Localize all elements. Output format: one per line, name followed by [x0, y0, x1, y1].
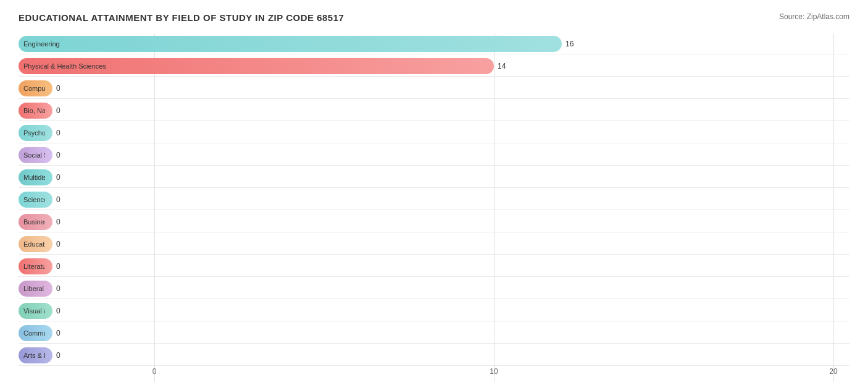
bar-value: 0 — [56, 84, 61, 93]
bar-value: 0 — [56, 129, 61, 137]
bar-row: Multidisciplinary Studies0 — [19, 167, 849, 188]
bar-fill: Communications — [19, 325, 52, 341]
bar-row: Education0 — [19, 234, 849, 255]
bar-container: Social Sciences0 — [19, 147, 849, 163]
bar-fill: Bio, Nature & Agricultural — [19, 103, 52, 119]
bar-fill: Education — [19, 236, 52, 252]
bar-container: Arts & Humanities0 — [19, 347, 849, 363]
bar-value: 0 — [56, 262, 61, 271]
bar-inside-label: Communications — [23, 329, 45, 337]
bar-fill: Social Sciences — [19, 147, 52, 163]
bar-inside-label: Literature & Languages — [23, 263, 45, 270]
bar-inside-label: Psychology — [23, 129, 45, 137]
bar-row: Visual & Performing Arts0 — [19, 300, 849, 321]
bar-value: 0 — [56, 195, 61, 204]
bar-inside-label: Computers & Mathematics — [23, 85, 45, 92]
bar-value: 0 — [56, 151, 61, 159]
bar-container: Multidisciplinary Studies0 — [19, 169, 849, 185]
bar-row: Computers & Mathematics0 — [19, 78, 849, 99]
bar-container: Psychology0 — [19, 125, 849, 141]
bar-container: Visual & Performing Arts0 — [19, 303, 849, 319]
bar-value: 0 — [56, 284, 61, 293]
bar-container: Education0 — [19, 236, 849, 252]
bar-value: 0 — [56, 173, 61, 182]
x-tick-label: 0 — [152, 367, 157, 376]
page-container: EDUCATIONAL ATTAINMENT BY FIELD OF STUDY… — [19, 12, 849, 382]
bar-inside-label: Bio, Nature & Agricultural — [23, 107, 45, 114]
chart-title: EDUCATIONAL ATTAINMENT BY FIELD OF STUDY… — [19, 12, 344, 23]
bar-fill: Engineering — [19, 36, 562, 52]
bar-container: Bio, Nature & Agricultural0 — [19, 103, 849, 119]
bar-value: 0 — [56, 106, 61, 115]
bar-fill: Visual & Performing Arts — [19, 303, 52, 319]
x-axis: 01020 — [19, 367, 849, 382]
chart-area: Engineering16Physical & Health Sciences1… — [19, 33, 849, 382]
bar-inside-label: Business — [23, 218, 45, 226]
bar-row: Bio, Nature & Agricultural0 — [19, 100, 849, 121]
bar-row: Science & Technology0 — [19, 189, 849, 210]
x-tick-label: 20 — [829, 367, 837, 376]
bar-fill: Arts & Humanities — [19, 347, 52, 363]
bar-inside-label: Liberal Arts & History — [23, 285, 45, 292]
bar-row: Social Sciences0 — [19, 145, 849, 166]
bar-fill: Physical & Health Sciences — [19, 58, 494, 74]
bar-container: Communications0 — [19, 325, 849, 341]
bar-row: Literature & Languages0 — [19, 256, 849, 277]
bar-value: 0 — [56, 329, 61, 337]
bar-inside-label: Visual & Performing Arts — [23, 307, 45, 315]
bar-container: Literature & Languages0 — [19, 258, 849, 274]
bar-container: Physical & Health Sciences14 — [19, 58, 849, 74]
bar-row: Communications0 — [19, 323, 849, 344]
bar-fill: Science & Technology — [19, 192, 52, 208]
bar-value: 0 — [56, 351, 61, 360]
bar-fill: Computers & Mathematics — [19, 80, 52, 96]
bar-inside-label: Engineering — [23, 40, 60, 48]
bar-container: Computers & Mathematics0 — [19, 80, 849, 96]
bar-inside-label: Multidisciplinary Studies — [23, 174, 45, 181]
bar-fill: Liberal Arts & History — [19, 281, 52, 297]
bar-fill: Multidisciplinary Studies — [19, 169, 52, 185]
bar-container: Science & Technology0 — [19, 192, 849, 208]
bar-value: 0 — [56, 240, 61, 248]
bar-row: Business0 — [19, 211, 849, 232]
source-label: Source: ZipAtlas.com — [779, 12, 849, 21]
bar-inside-label: Social Sciences — [23, 151, 45, 159]
bar-container: Engineering16 — [19, 36, 849, 52]
bars-container: Engineering16Physical & Health Sciences1… — [19, 33, 849, 366]
bar-row: Liberal Arts & History0 — [19, 278, 849, 299]
bar-fill: Psychology — [19, 125, 52, 141]
bar-row: Physical & Health Sciences14 — [19, 56, 849, 77]
bar-inside-label: Physical & Health Sciences — [23, 62, 106, 70]
bar-fill: Literature & Languages — [19, 258, 52, 274]
bar-container: Liberal Arts & History0 — [19, 281, 849, 297]
bar-value: 16 — [565, 40, 574, 48]
x-tick-label: 10 — [490, 367, 498, 376]
bar-row: Arts & Humanities0 — [19, 345, 849, 366]
bar-value: 0 — [56, 218, 61, 226]
bar-container: Business0 — [19, 214, 849, 230]
bar-inside-label: Education — [23, 240, 45, 248]
bar-value: 14 — [498, 62, 506, 70]
bar-row: Engineering16 — [19, 33, 849, 54]
bar-inside-label: Arts & Humanities — [23, 352, 45, 359]
bar-inside-label: Science & Technology — [23, 196, 45, 203]
bar-row: Psychology0 — [19, 122, 849, 143]
bar-fill: Business — [19, 214, 52, 230]
bar-value: 0 — [56, 307, 61, 315]
